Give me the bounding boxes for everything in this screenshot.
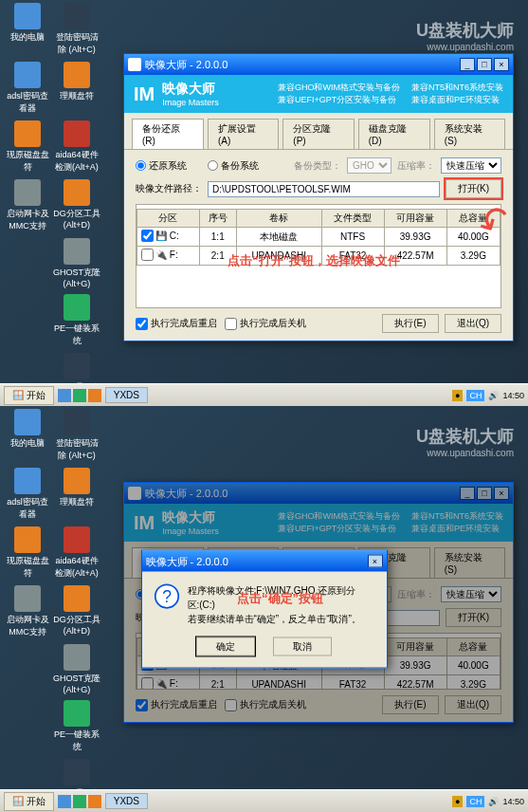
chk-shutdown[interactable]: 执行完成后关机 [225, 317, 306, 330]
desktop-icon[interactable]: adsl密码查看器 [3, 62, 52, 115]
banner-logo: IM [134, 83, 155, 105]
desktop-icon[interactable]: DG分区工具 (Alt+D) [52, 585, 101, 636]
table-row[interactable]: 🔌 F: 2:1 UPANDASHI FAT32 422.57M 3.29G [137, 675, 501, 691]
radio-restore[interactable]: 还原系统 [136, 159, 187, 173]
table-header[interactable]: 卷标 [236, 210, 321, 228]
icon-image [14, 468, 41, 494]
minimize-button[interactable]: _ [460, 58, 475, 71]
close-button[interactable]: × [494, 58, 509, 71]
icon-label: 启动网卡及MMC支持 [3, 614, 52, 638]
tab[interactable]: 系统安装 (S) [434, 547, 505, 578]
icon-image [64, 526, 90, 553]
desktop-icon[interactable]: PE一键装系统 [52, 700, 101, 753]
tab[interactable]: 磁盘克隆 (D) [358, 119, 430, 149]
table-header[interactable]: 可用容量 [384, 638, 446, 656]
icon-label: adsl密码查看器 [3, 496, 52, 521]
desktop-icon[interactable]: 现原磁盘盘符 [3, 120, 52, 174]
watermark: U盘装机大师 www.upandashi.com [416, 19, 514, 52]
icon-label: 我的电脑 [3, 31, 52, 44]
icon-label: 登陆密码清除 (Alt+C) [52, 31, 101, 56]
banner-subtitle: Image Masters [162, 98, 219, 107]
icon-label: aida64硬件检测(Alt+A) [52, 555, 101, 580]
dialog-titlebar[interactable]: 映像大师 - 2.0.0.0 × [142, 551, 387, 572]
system-tray[interactable]: ● CH 🔊 14:50 [452, 390, 524, 401]
desktop-icon[interactable]: DG分区工具 (Alt+D) [52, 179, 101, 230]
desktop-icon[interactable]: adsl密码查看器 [3, 468, 52, 521]
icon-label: DG分区工具 (Alt+D) [52, 208, 101, 230]
watermark-title: U盘装机大师 [416, 21, 514, 40]
svg-text:?: ? [162, 587, 172, 606]
table-header[interactable]: 分区 [137, 210, 200, 228]
start-button[interactable]: 🪟 开始 [4, 792, 54, 811]
clock: 14:50 [502, 391, 524, 400]
tabs: 备份还原 (R)扩展设置 (A)分区克隆 (P)磁盘克隆 (D)系统安装 (S) [124, 113, 513, 150]
table-header[interactable]: 序号 [199, 210, 236, 228]
maximize-button[interactable]: □ [477, 58, 492, 71]
annotation-text-1: 点击“打开”按钮，选择映像文件 [228, 252, 400, 269]
system-tray[interactable]: ● CH 🔊 14:50 [452, 796, 524, 807]
exit-button[interactable]: 退出(Q) [445, 314, 501, 333]
banner-title: 映像大师 [162, 81, 219, 98]
icon-image [14, 62, 41, 88]
task-yxds[interactable]: YXDS [105, 793, 148, 809]
path-input[interactable] [208, 181, 440, 197]
desktop-icon[interactable]: 我的电脑 [3, 3, 52, 44]
icon-label: PE一键装系统 [52, 729, 101, 753]
compress-select[interactable]: 快速压缩 [441, 157, 501, 174]
radio-backup[interactable]: 备份系统 [208, 159, 259, 173]
tab[interactable]: 备份还原 (R) [132, 119, 204, 149]
cancel-button[interactable]: 取消 [273, 637, 332, 656]
row-checkbox[interactable] [141, 230, 154, 242]
quick-launch[interactable] [58, 389, 101, 402]
desktop-icon[interactable]: 登陆密码清除 (Alt+C) [52, 3, 101, 56]
ok-button[interactable]: 确定 [196, 637, 255, 656]
watermark: U盘装机大师 www.upandashi.com [416, 425, 514, 458]
tab[interactable]: 扩展设置 (A) [208, 119, 279, 149]
taskbar: 🪟 开始 YXDS ● CH 🔊 14:50 [0, 383, 528, 406]
icon-image [64, 759, 90, 785]
task-yxds[interactable]: YXDS [105, 387, 148, 403]
confirm-dialog: 映像大师 - 2.0.0.0 × ? 程序将映像文件:F:\WIN7.GHO,还… [141, 550, 388, 669]
desktop-icon[interactable]: GHOST克隆 (Alt+G) [52, 644, 101, 694]
desktop-icon[interactable]: 现原磁盘盘符 [3, 526, 52, 580]
row-checkbox[interactable] [141, 677, 154, 690]
desktop-icons: 我的电脑登陆密码清除 (Alt+C)adsl密码查看器理顺盘符现原磁盘盘符aid… [3, 3, 117, 406]
table-row[interactable]: 💾 C: 1:1 本地磁盘 NTFS 39.93G 40.00G [137, 228, 501, 247]
taskbar: 🪟 开始 YXDS ● CH 🔊 14:50 [0, 789, 528, 812]
row-checkbox[interactable] [141, 249, 154, 261]
close-button: × [494, 487, 509, 500]
desktop-icon[interactable]: 登陆密码清除 (Alt+C) [52, 409, 101, 462]
icon-image [14, 526, 41, 553]
quick-launch[interactable] [58, 795, 101, 808]
table-header[interactable]: 文件类型 [321, 210, 384, 228]
tab[interactable]: 系统安装 (S) [434, 119, 505, 149]
desktop-icon[interactable]: 启动网卡及MMC支持 [3, 585, 52, 638]
table-header[interactable]: 总容量 [446, 638, 500, 656]
desktop-icon[interactable]: GHOST克隆 (Alt+G) [52, 238, 101, 288]
banner: IM 映像大师 Image Masters 兼容GHO和WIM格式安装与备份 兼… [124, 504, 513, 542]
icon-image [64, 644, 90, 671]
compress-label: 压缩率： [397, 159, 435, 173]
tab[interactable]: 分区克隆 (P) [282, 119, 354, 149]
titlebar[interactable]: 映像大师 - 2.0.0.0 _ □ × [124, 54, 513, 75]
desktop-icon[interactable]: 理顺盘符 [52, 62, 101, 102]
icon-label: 理顺盘符 [52, 90, 101, 102]
path-label: 映像文件路径： [136, 182, 202, 195]
execute-button[interactable]: 执行(E) [382, 314, 438, 333]
desktop-icon[interactable]: aida64硬件检测(Alt+A) [52, 526, 101, 580]
icon-image [14, 179, 41, 206]
desktop-icon[interactable]: 启动网卡及MMC支持 [3, 179, 52, 232]
icon-image [14, 120, 41, 147]
icon-image [64, 585, 90, 612]
chk-reboot[interactable]: 执行完成后重启 [136, 317, 217, 330]
icon-label: 我的电脑 [3, 437, 52, 450]
desktop-icon[interactable]: aida64硬件检测(Alt+A) [52, 120, 101, 174]
start-button[interactable]: 🪟 开始 [4, 386, 54, 405]
desktop-icon[interactable]: PE一键装系统 [52, 294, 101, 347]
banner: IM 映像大师 Image Masters 兼容GHO和WIM格式安装与备份 兼… [124, 75, 513, 113]
desktop-icon[interactable]: 我的电脑 [3, 409, 52, 450]
dialog-close[interactable]: × [368, 555, 383, 568]
icon-image [64, 238, 90, 265]
desktop-icon[interactable]: 理顺盘符 [52, 468, 101, 508]
table-header[interactable]: 可用容量 [384, 210, 446, 228]
